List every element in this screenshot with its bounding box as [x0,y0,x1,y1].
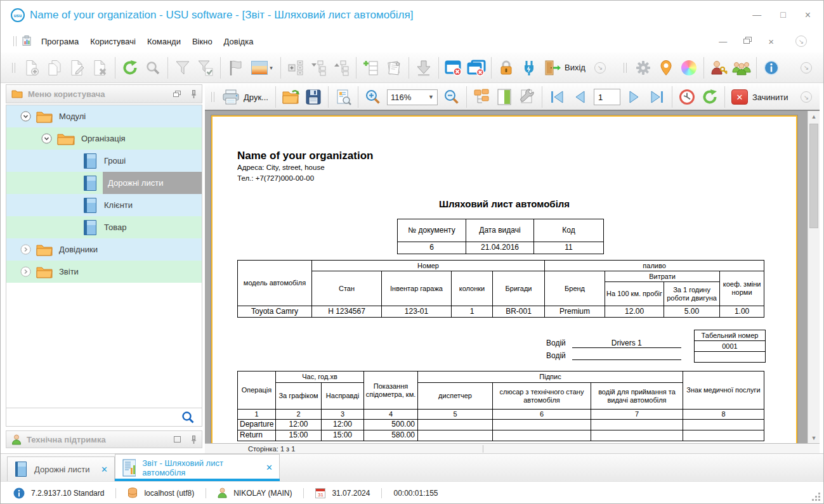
tree-item-kliyenty[interactable]: Клієнти [6,194,202,216]
toolbar-grip[interactable] [211,92,214,102]
scroll-up-icon[interactable]: ▲ [808,111,820,122]
plug-button[interactable] [518,55,540,81]
mdi-restore-button[interactable] [743,37,752,46]
minimize-button[interactable]: — [752,10,761,21]
last-page-button[interactable] [646,84,669,110]
tree-item-dovidnyky[interactable]: Довідники [6,238,202,261]
toolbar-grip[interactable] [624,63,627,73]
zoom-level-combo[interactable]: 116% ▼ [387,89,438,105]
refresh-report-button[interactable] [698,84,721,110]
expand-node-icon[interactable] [20,244,31,255]
zoom-out-button[interactable] [440,84,463,110]
mdi-minimize-button[interactable]: — [719,37,727,46]
print-label[interactable]: Друк... [244,93,268,102]
expand-node-icon[interactable] [20,266,31,277]
tree-item-moduli[interactable]: Модулі [6,105,202,127]
toolbar-overflow-icon[interactable]: ↘ [594,62,606,74]
page-color-button[interactable] [493,84,516,110]
delete-record-button[interactable] [89,55,112,81]
exit-button[interactable] [540,55,563,81]
download-button[interactable] [412,55,435,81]
expand-tree-button[interactable] [284,55,307,81]
tree-item-tovar[interactable]: Товар [6,216,202,238]
flag-button[interactable] [224,55,247,81]
user-access-button[interactable] [707,55,730,81]
search-button[interactable] [141,55,164,81]
exit-label[interactable]: Вихід [565,63,585,72]
search-icon[interactable] [181,411,194,423]
settings-button[interactable] [632,55,655,81]
tab-dorozhni-lysty[interactable]: Дорожні листи ✕ [7,456,115,482]
print-button[interactable] [219,84,242,110]
menu-dovidka[interactable]: Довідка [218,34,259,49]
toolbar-grip[interactable] [13,36,16,46]
previous-page-button[interactable] [568,84,591,110]
collapse-branch-button[interactable] [307,55,330,81]
resize-grip[interactable] [812,493,821,501]
page-setup-button[interactable] [332,84,355,110]
tab-zvit-shlyakhovyi-lyst[interactable]: Звіт - Шляховий лист автомобіля ✕ [115,454,280,481]
date-text: 31.07.2024 [332,489,370,498]
ops-cell [493,420,591,430]
save-report-button[interactable] [302,84,325,110]
close-all-windows-button[interactable] [465,55,488,81]
lock-button[interactable] [495,55,518,81]
pin-icon[interactable] [191,90,197,98]
scroll-down-icon[interactable]: ▼ [808,432,820,443]
edit-record-button[interactable] [66,55,89,81]
add-row-button[interactable] [360,55,383,81]
page-number-input[interactable] [594,89,620,105]
location-pin-button[interactable] [655,55,677,81]
vehicle-header-perhour: За 1 годину роботи двигуна [664,282,720,306]
close-window-button[interactable] [442,55,465,81]
history-button[interactable] [676,84,698,110]
pin-icon[interactable] [191,436,197,444]
toolbar-overflow-icon[interactable]: ↘ [801,62,812,74]
scrollbar-thumb[interactable] [809,124,818,228]
close-report-label[interactable]: Зачинити [752,93,788,102]
color-wheel-button[interactable] [677,55,700,81]
collapse-node-icon[interactable] [41,133,52,144]
zoom-in-button[interactable] [362,84,384,110]
mdi-menu-chevron-icon[interactable]: ↘ [795,36,807,47]
report-documents-button[interactable] [383,55,405,81]
support-panel-header[interactable]: Технічна підтримка [6,430,202,448]
collapse-node-icon[interactable] [20,111,31,122]
close-button[interactable]: × [805,10,811,21]
info-button[interactable] [760,55,783,81]
toolbar-overflow-icon[interactable]: ↘ [801,91,812,103]
status-divider [483,445,483,453]
undock-icon[interactable] [173,91,181,98]
menu-komandy[interactable]: Команди [141,34,186,49]
first-page-button[interactable] [546,84,568,110]
filter-button[interactable] [171,55,194,81]
tree-item-zvity[interactable]: Звіти [6,261,202,283]
filter-apply-button[interactable] [194,55,217,81]
tree-item-hroshi[interactable]: Гроші [6,150,202,172]
refresh-button[interactable] [119,55,141,81]
tab-close-icon[interactable]: ✕ [101,465,108,474]
tree-search-bar[interactable] [6,408,202,427]
menu-vikno[interactable]: Вікно [186,34,218,49]
next-page-button[interactable] [623,84,646,110]
menu-korystuvachi[interactable]: Користувачі [84,34,141,49]
copy-record-button[interactable] [43,55,66,81]
tab-label: Дорожні листи [34,465,89,474]
tree-item-dorozhni-lysty[interactable]: Дорожні листи [6,172,202,194]
tab-close-icon[interactable]: ✕ [266,463,273,472]
vertical-scrollbar[interactable]: ▲ ▼ [808,111,820,443]
users-group-button[interactable] [730,55,753,81]
add-record-button[interactable] [20,55,43,81]
menu-programa[interactable]: Програма [36,34,84,49]
expand-branch-button[interactable] [330,55,353,81]
tree-item-organizatsiya[interactable]: Організація [6,127,202,150]
toolbar-grip[interactable] [12,63,15,73]
close-report-button[interactable]: ✕ [728,84,751,110]
restore-panel-icon[interactable] [174,436,181,443]
open-report-button[interactable] [279,84,302,110]
mdi-close-button[interactable]: × [768,36,774,47]
image-style-button[interactable]: ▾ [247,55,277,81]
report-structure-button[interactable] [470,84,493,110]
report-options-button[interactable] [516,84,539,110]
maximize-button[interactable]: □ [780,10,785,21]
